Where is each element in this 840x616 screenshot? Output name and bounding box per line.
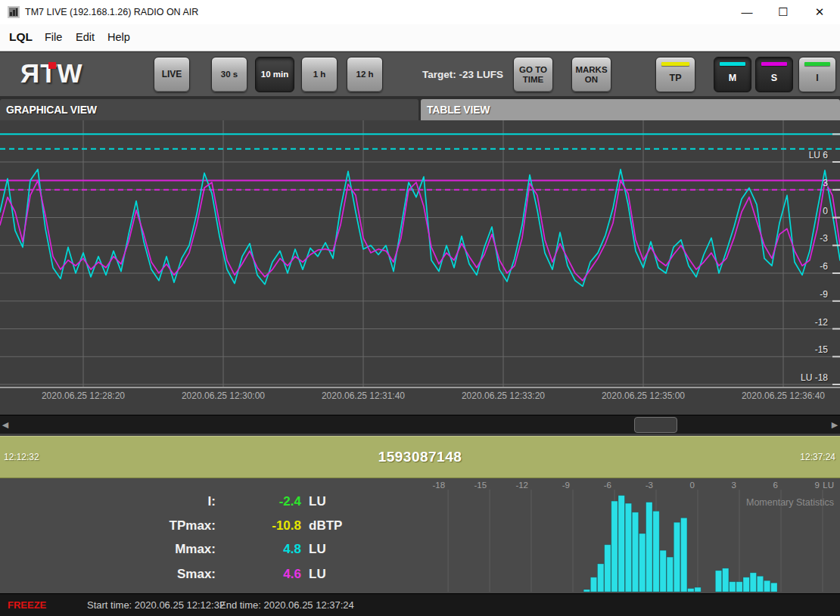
stat-label: I:: [0, 494, 216, 509]
y-axis-label: -6: [820, 261, 828, 272]
svg-text:0: 0: [690, 481, 695, 490]
close-button[interactable]: ✕: [802, 0, 837, 24]
toolbar: ЯTW LIVE 30 s 10 min 1 h 12 h Target: -2…: [0, 51, 840, 96]
range-30s-button[interactable]: 30 s: [211, 57, 247, 92]
tm7-window: TM7 LIVE (192.168.1.26) RADIO ON AIR — ☐…: [0, 0, 840, 616]
log-epoch-id: 1593087148: [0, 437, 840, 478]
stat-row: TPmax:-10.8dBTP: [0, 518, 420, 537]
minimize-button[interactable]: —: [730, 0, 764, 24]
marks-on-button[interactable]: MARKS ON: [571, 57, 611, 92]
freeze-status: FREEZE: [8, 594, 46, 616]
x-axis-tick-label: 2020.06.25 12:28:20: [23, 390, 144, 401]
integrated-button[interactable]: I: [798, 57, 836, 92]
target-lufs-label: Target: -23 LUFS: [422, 52, 503, 97]
app-icon: [8, 6, 20, 18]
start-time-text: Start time: 2020.06.25 12:12:32: [87, 594, 225, 616]
tab-graphical-view[interactable]: GRAPHICAL VIEW: [0, 99, 418, 120]
svg-text:-15: -15: [474, 481, 487, 490]
x-axis-tick-label: 2020.06.25 12:30:00: [163, 390, 284, 401]
window-title: TM7 LIVE (192.168.1.26) RADIO ON AIR: [25, 0, 198, 24]
i-label: I: [816, 73, 818, 83]
m-label: M: [729, 73, 736, 83]
stat-unit: dBTP: [309, 518, 342, 534]
s-label: S: [771, 73, 777, 83]
momentary-statistics-histogram: -18-15-12-9-6-30369LUMomentary Statistic…: [420, 478, 840, 593]
status-bar: FREEZE Start time: 2020.06.25 12:12:32 E…: [0, 593, 840, 616]
svg-text:3: 3: [732, 481, 736, 490]
x-axis-tick-label: 2020.06.25 12:31:40: [303, 390, 424, 401]
stat-label: TPmax:: [0, 518, 216, 534]
shortterm-button[interactable]: S: [755, 57, 793, 92]
y-axis-label: -15: [815, 344, 828, 355]
momentary-button[interactable]: M: [714, 57, 751, 92]
stat-value: 4.6: [222, 567, 301, 582]
end-time-text: End time: 2020.06.25 12:37:24: [219, 594, 354, 616]
y-axis-label: -9: [820, 289, 828, 300]
y-axis-label: -3: [820, 233, 828, 244]
stat-label: Mmax:: [0, 542, 216, 557]
menu-bar: LQL File Edit Help: [0, 24, 840, 51]
svg-text:-3: -3: [646, 481, 653, 490]
stat-value: -2.4: [222, 494, 301, 509]
menu-item-lql[interactable]: LQL: [6, 24, 36, 51]
x-axis-tick-label: 2020.06.25 12:36:40: [723, 390, 840, 401]
rtw-logo: ЯTW: [20, 58, 104, 89]
histogram-subtitle: Momentary Statistics: [746, 497, 834, 508]
stat-row: Mmax:4.8LU: [0, 542, 420, 560]
go-to-time-button[interactable]: GO TO TIME: [513, 57, 553, 92]
scroll-left-arrow-icon[interactable]: ◀: [0, 415, 11, 434]
svg-text:-9: -9: [562, 481, 570, 490]
logo-red-square: [48, 62, 56, 69]
menu-item-file[interactable]: File: [42, 24, 65, 51]
range-12h-button[interactable]: 12 h: [347, 57, 383, 92]
s-color-bar: [761, 62, 787, 66]
y-axis-label: 3: [823, 178, 828, 188]
live-button[interactable]: LIVE: [154, 57, 190, 92]
x-axis-labels: 2020.06.25 12:28:202020.06.25 12:30:0020…: [0, 388, 840, 412]
trace-s: [0, 181, 840, 281]
svg-text:LU: LU: [823, 481, 834, 490]
tp-color-bar: [661, 62, 689, 66]
menu-item-help[interactable]: Help: [104, 24, 133, 51]
y-axis-label: LU 6: [809, 150, 828, 160]
scrollbar-thumb[interactable]: [634, 417, 677, 433]
y-axis-label: LU -18: [801, 372, 828, 383]
svg-text:6: 6: [773, 481, 778, 490]
x-axis-tick-label: 2020.06.25 12:35:00: [583, 390, 704, 401]
y-axis-label: -12: [815, 317, 828, 328]
stat-row: I:-2.4LU: [0, 494, 420, 512]
view-tab-bar: GRAPHICAL VIEW TABLE VIEW: [0, 96, 840, 120]
svg-text:-6: -6: [604, 481, 611, 490]
stat-value: -10.8: [222, 518, 301, 534]
stat-unit: LU: [309, 567, 326, 582]
scrollbar-track[interactable]: ◀ ▶: [0, 415, 840, 434]
svg-text:-12: -12: [515, 481, 528, 490]
maximize-button[interactable]: ☐: [766, 0, 801, 24]
chart-canvas: [0, 120, 840, 387]
i-color-bar: [804, 62, 830, 66]
x-axis-tick-label: 2020.06.25 12:33:20: [443, 390, 564, 401]
stat-row: Smax:4.6LU: [0, 567, 420, 585]
svg-text:9: 9: [815, 481, 820, 490]
menu-item-edit[interactable]: Edit: [73, 24, 98, 51]
title-bar: TM7 LIVE (192.168.1.26) RADIO ON AIR — ☐…: [0, 0, 840, 24]
svg-text:-18: -18: [432, 481, 445, 490]
stat-value: 4.8: [222, 542, 301, 557]
range-10min-button[interactable]: 10 min: [255, 57, 294, 92]
loudness-history-chart[interactable]: LU 630-3-6-9-12-15LU -18: [0, 120, 840, 388]
log-time-bar: 12:12:32 1593087148 12:37:24: [0, 436, 840, 478]
statistics-panel: I:-2.4LUTPmax:-10.8dBTPMmax:4.8LUSmax:4.…: [0, 478, 840, 593]
stat-unit: LU: [309, 542, 326, 557]
scroll-right-arrow-icon[interactable]: ▶: [829, 415, 840, 434]
log-end-time: 12:37:24: [800, 437, 835, 478]
tp-label: TP: [670, 73, 682, 83]
tp-button[interactable]: TP: [655, 57, 695, 92]
stat-unit: LU: [309, 494, 326, 509]
stat-label: Smax:: [0, 567, 216, 582]
m-color-bar: [720, 62, 745, 66]
y-axis-label: 0: [823, 206, 828, 216]
timeline-scrollbar: ◀ ▶: [0, 412, 840, 436]
range-1h-button[interactable]: 1 h: [301, 57, 338, 92]
tab-table-view[interactable]: TABLE VIEW: [421, 99, 840, 120]
trace-m: [0, 170, 840, 286]
